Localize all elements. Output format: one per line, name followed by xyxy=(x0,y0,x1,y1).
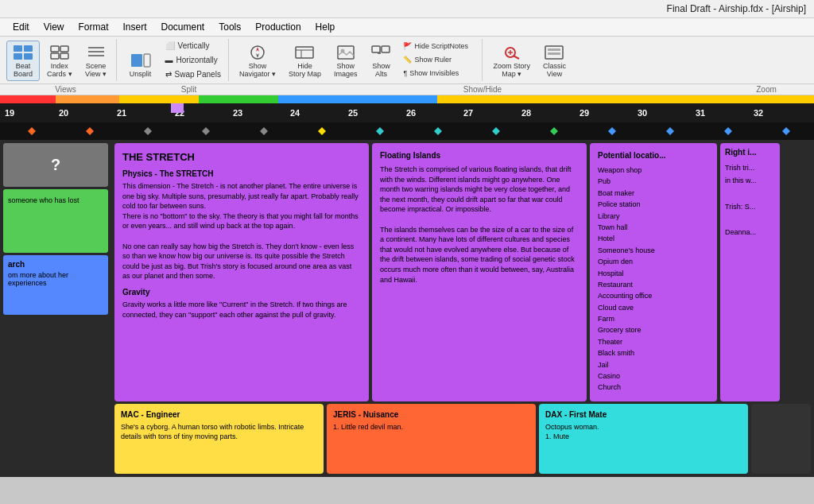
unsplit-icon xyxy=(130,52,152,69)
hide-story-map-button[interactable]: HideStory Map xyxy=(283,41,327,81)
toolbar: BeatBoard IndexCards ▾ Scen xyxy=(0,37,814,84)
stretch-card: THE STRETCH Physics - The STRETCH This d… xyxy=(114,143,369,401)
green-card-text: someone who has lost xyxy=(8,196,79,204)
gray-card: ? xyxy=(3,143,108,187)
svg-rect-32 xyxy=(56,95,119,103)
show-navigator-button[interactable]: ShowNavigator ▾ xyxy=(234,41,281,81)
show-invisibles-button[interactable]: ¶ Show Invisibles xyxy=(399,67,479,79)
svg-text:26: 26 xyxy=(406,108,416,118)
floating-islands-card: Floating Islands The Stretch is comprise… xyxy=(372,143,587,401)
svg-rect-30 xyxy=(548,52,560,55)
svg-text:32: 32 xyxy=(754,108,763,118)
svg-text:29: 29 xyxy=(579,108,589,118)
swap-panels-icon: ⇄ xyxy=(165,70,172,79)
showhide-section: ShowNavigator ▾ HideStory Map ShowImag xyxy=(231,39,483,81)
svg-rect-34 xyxy=(199,95,278,103)
question-mark: ? xyxy=(51,156,60,174)
svg-text:30: 30 xyxy=(638,108,647,118)
hide-scriptnotes-label: Hide ScriptNotes xyxy=(414,42,468,50)
zoom-label: Zoom xyxy=(719,84,814,95)
menu-edit[interactable]: Edit xyxy=(6,20,36,34)
scene-view-button[interactable]: SceneView ▾ xyxy=(79,41,113,81)
views-label: Views xyxy=(0,84,131,95)
svg-rect-29 xyxy=(548,48,560,51)
svg-rect-12 xyxy=(144,54,150,67)
beat-board-icon xyxy=(12,44,34,61)
show-navigator-icon xyxy=(246,44,269,61)
mac-card: MAC - Engineer She's a cyborg. A human t… xyxy=(114,404,324,474)
svg-rect-5 xyxy=(60,46,68,52)
show-ruler-icon: 📏 xyxy=(403,56,412,64)
svg-rect-33 xyxy=(119,95,199,103)
mac-text: She's a cyborg. A human torso with robot… xyxy=(121,422,317,442)
svg-rect-52 xyxy=(0,122,814,140)
bottom-right-partial xyxy=(751,404,811,474)
timeline: 19 20 21 22 23 24 25 26 27 28 29 30 31 3… xyxy=(0,95,814,140)
unsplit-label: Unsplit xyxy=(130,70,152,78)
svg-rect-31 xyxy=(0,95,56,103)
bottom-cards-row: MAC - Engineer She's a cyborg. A human t… xyxy=(114,404,811,474)
svg-text:23: 23 xyxy=(233,108,242,118)
potential-locations-card: Potential locatio... Weapon shopPubBoat … xyxy=(590,143,717,401)
zoom-story-map-icon xyxy=(501,44,523,61)
zoom-story-map-label: Zoom StoryMap ▾ xyxy=(493,62,530,78)
svg-rect-22 xyxy=(382,46,390,52)
jeris-title: JERIS - Nuisance xyxy=(333,410,529,419)
menu-bar: Edit View Format Insert Document Tools P… xyxy=(0,18,814,37)
gravity-title: Gravity xyxy=(122,288,361,297)
beat-board-button[interactable]: BeatBoard xyxy=(6,41,40,81)
svg-text:24: 24 xyxy=(290,108,300,118)
swap-panels-button[interactable]: ⇄ Swap Panels xyxy=(161,68,225,81)
svg-text:28: 28 xyxy=(521,108,531,118)
physics-text: This dimension - The Stretch - is not an… xyxy=(122,181,361,281)
split-section: Unsplit ⬜ Vertically ▬ Horizontally ⇄ Sw… xyxy=(118,39,229,81)
menu-format[interactable]: Format xyxy=(72,20,114,34)
right-partial-card: Right i... Trish tri...in this w...Trish… xyxy=(720,143,780,401)
show-alts-label: ShowAlts xyxy=(372,62,390,78)
index-cards-button[interactable]: IndexCards ▾ xyxy=(41,41,78,81)
menu-document[interactable]: Document xyxy=(155,20,211,34)
show-navigator-label: ShowNavigator ▾ xyxy=(239,62,276,78)
green-card: someone who has lost xyxy=(3,189,108,253)
zoom-story-map-button[interactable]: Zoom StoryMap ▾ xyxy=(487,41,536,81)
menu-tools[interactable]: Tools xyxy=(212,20,247,34)
floating-islands-text: The Stretch is comprised of various floa… xyxy=(380,165,579,285)
dax-text: Octopus woman.1. Mute xyxy=(545,422,742,442)
cards-area: THE STRETCH Physics - The STRETCH This d… xyxy=(111,140,814,477)
horizontally-label: Horizontally xyxy=(176,56,218,64)
svg-text:21: 21 xyxy=(117,108,126,118)
split-label: Split xyxy=(131,84,246,95)
classic-view-button[interactable]: ClassicView xyxy=(537,41,572,81)
svg-text:20: 20 xyxy=(59,108,68,118)
unsplit-button[interactable]: Unsplit xyxy=(122,48,160,81)
show-alts-button[interactable]: ShowAlts xyxy=(364,41,397,81)
gravity-text: Gravity works a little more like "Curren… xyxy=(122,300,361,320)
show-images-label: ShowImages xyxy=(334,62,358,78)
menu-help[interactable]: Help xyxy=(309,20,342,34)
right-partial-text: Trish tri...in this w...Trish: S...Deann… xyxy=(725,161,775,238)
svg-text:19: 19 xyxy=(5,108,14,118)
gravity-section: Gravity Gravity works a little more like… xyxy=(122,288,361,320)
show-ruler-button[interactable]: 📏 Show Ruler xyxy=(399,53,479,66)
menu-insert[interactable]: Insert xyxy=(117,20,153,34)
show-images-button[interactable]: ShowImages xyxy=(328,41,363,81)
floating-islands-title: Floating Islands xyxy=(380,151,579,160)
zoom-section: Zoom StoryMap ▾ ClassicView xyxy=(484,39,575,81)
split-options: ⬜ Vertically ▬ Horizontally ⇄ Swap Panel… xyxy=(161,39,225,81)
jeris-text: 1. Little red devil man. xyxy=(333,422,529,432)
menu-view[interactable]: View xyxy=(37,20,71,34)
hide-scriptnotes-button[interactable]: 🚩 Hide ScriptNotes xyxy=(399,40,479,52)
blue-card-text: om more about her experiences xyxy=(8,271,103,287)
svg-rect-16 xyxy=(296,47,313,58)
svg-rect-11 xyxy=(131,54,142,67)
vertically-button[interactable]: ⬜ Vertically xyxy=(161,39,225,52)
svg-rect-35 xyxy=(278,95,437,103)
timeline-svg: 19 20 21 22 23 24 25 26 27 28 29 30 31 3… xyxy=(0,95,814,140)
dax-title: DAX - First Mate xyxy=(545,410,742,419)
show-hide-label: Show/Hide xyxy=(246,84,719,95)
horizontally-button[interactable]: ▬ Horizontally xyxy=(161,53,225,67)
dax-card: DAX - First Mate Octopus woman.1. Mute xyxy=(539,404,748,474)
index-cards-icon xyxy=(48,44,71,61)
svg-line-25 xyxy=(514,56,519,60)
menu-production[interactable]: Production xyxy=(249,20,307,34)
